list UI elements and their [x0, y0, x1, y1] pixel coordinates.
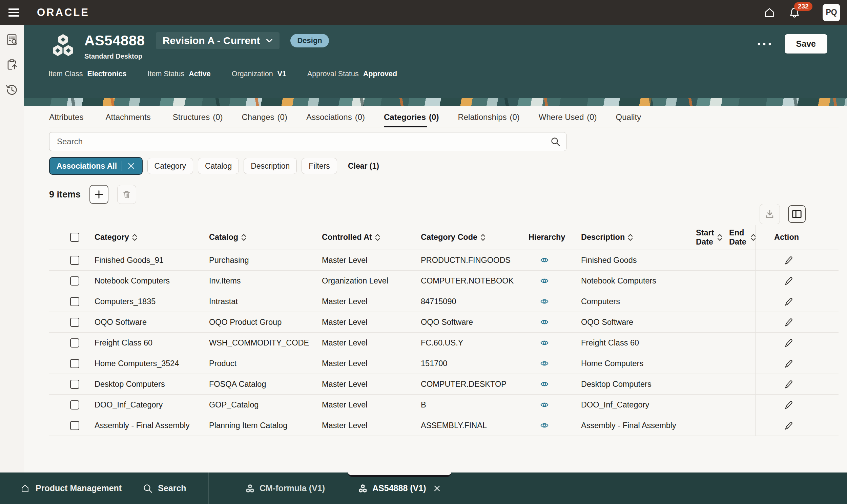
edit-icon[interactable] — [783, 296, 793, 307]
view-hierarchy-icon[interactable] — [539, 359, 549, 368]
category-code-cell: PRODUCTN.FINGOODS — [407, 256, 514, 265]
controlled-at-cell: Master Level — [308, 400, 407, 410]
select-all-checkbox[interactable] — [70, 233, 79, 242]
column-header-description[interactable]: Description — [566, 233, 678, 242]
category-cell: Freight Class 60 — [80, 338, 195, 347]
filter-chip-catalog[interactable]: Catalog — [198, 158, 239, 174]
item-search-icon — [5, 33, 19, 47]
search-input[interactable] — [49, 132, 566, 151]
download-button[interactable] — [760, 204, 780, 224]
tab-attributes[interactable]: Attributes — [49, 112, 86, 122]
column-header-category-code[interactable]: Category Code — [407, 233, 514, 242]
view-hierarchy-icon[interactable] — [539, 338, 549, 347]
view-hierarchy-icon[interactable] — [539, 318, 549, 326]
row-checkbox[interactable] — [70, 380, 79, 389]
edit-icon[interactable] — [783, 275, 793, 286]
main-content: Attributes Attachments Structures(0) Cha… — [24, 106, 847, 472]
add-category-button[interactable] — [89, 185, 108, 204]
item-cubes-icon — [245, 484, 255, 493]
row-checkbox[interactable] — [70, 359, 79, 368]
column-header-category[interactable]: Category — [80, 233, 195, 242]
meta-organization: Organization V1 — [232, 70, 286, 78]
more-actions-button[interactable] — [757, 36, 772, 53]
bottom-tab-cm-formula[interactable]: CM-formula (V1) — [236, 472, 335, 504]
tab-where-used[interactable]: Where Used(0) — [539, 112, 597, 122]
notification-badge: 232 — [794, 2, 812, 11]
sort-icon[interactable] — [628, 234, 633, 241]
close-tab-button[interactable] — [433, 484, 441, 492]
menu-button[interactable] — [8, 5, 23, 20]
history-button[interactable] — [4, 82, 19, 97]
description-cell: Computers — [566, 297, 678, 306]
sort-icon[interactable] — [132, 234, 137, 241]
view-hierarchy-icon[interactable] — [539, 380, 549, 389]
item-details-button[interactable] — [4, 32, 19, 47]
meta-approval-status: Approval Status Approved — [307, 70, 397, 78]
tab-quality[interactable]: Quality — [616, 112, 644, 122]
catalog-cell: Inv.Items — [195, 276, 308, 286]
row-checkbox[interactable] — [70, 256, 79, 265]
tab-changes[interactable]: Changes(0) — [242, 112, 287, 122]
filter-chip-category[interactable]: Category — [147, 158, 193, 174]
tab-attachments[interactable]: Attachments — [105, 112, 154, 122]
category-cell: OQO Software — [80, 318, 195, 327]
edit-icon[interactable] — [783, 379, 793, 390]
view-hierarchy-icon[interactable] — [539, 400, 549, 409]
bottom-tab-as54888[interactable]: AS54888 (V1) — [349, 472, 450, 504]
row-checkbox[interactable] — [70, 297, 79, 306]
notifications-button[interactable]: 232 — [787, 5, 802, 20]
row-checkbox[interactable] — [70, 276, 79, 286]
category-cell: Finished Goods_91 — [80, 256, 195, 265]
clear-filters-button[interactable]: Clear (1) — [348, 162, 379, 171]
row-checkbox[interactable] — [70, 421, 79, 430]
avatar[interactable]: PQ — [823, 4, 840, 21]
sort-icon[interactable] — [751, 234, 756, 241]
item-cubes-icon — [51, 34, 75, 57]
filter-chip-filters[interactable]: Filters — [302, 158, 337, 174]
tab-relationships[interactable]: Relationships(0) — [458, 112, 519, 122]
bottom-navigation-bar: Product Management Search CM-formula (V1… — [0, 472, 847, 504]
view-hierarchy-icon[interactable] — [539, 297, 549, 306]
view-hierarchy-icon[interactable] — [539, 276, 549, 285]
tab-categories[interactable]: Categories(0) — [384, 112, 439, 122]
page-title: AS54888 — [84, 33, 145, 49]
row-checkbox[interactable] — [70, 338, 79, 347]
category-cell: Desktop Computers — [80, 380, 195, 389]
view-hierarchy-icon[interactable] — [539, 256, 549, 265]
revision-selector[interactable]: Revision A - Current — [156, 32, 280, 49]
column-header-start-date[interactable]: Start Date — [678, 228, 719, 246]
sort-icon[interactable] — [481, 234, 485, 241]
filter-chip-associations-all[interactable]: Associations All — [49, 157, 143, 175]
bottom-search-button[interactable]: Search — [143, 483, 186, 493]
meta-item-status: Item Status Active — [147, 70, 211, 78]
column-header-hierarchy: Hierarchy — [514, 233, 566, 242]
remove-filter-icon[interactable] — [127, 162, 135, 170]
tab-associations[interactable]: Associations(0) — [306, 112, 365, 122]
category-cell: Computers_1835 — [80, 297, 195, 306]
edit-icon[interactable] — [783, 420, 793, 431]
home-button[interactable] — [762, 5, 777, 20]
edit-icon[interactable] — [783, 337, 793, 348]
filter-chip-description[interactable]: Description — [244, 158, 297, 174]
delete-category-button[interactable] — [117, 185, 136, 204]
edit-icon[interactable] — [783, 399, 793, 410]
sort-icon[interactable] — [241, 234, 246, 241]
search-icon[interactable] — [550, 137, 560, 147]
edit-icon[interactable] — [783, 358, 793, 369]
edit-icon[interactable] — [783, 255, 793, 266]
filter-chip-row: Associations All Category Catalog Descri… — [49, 157, 847, 175]
row-checkbox[interactable] — [70, 400, 79, 410]
bottom-home-button[interactable]: Product Management — [20, 483, 122, 494]
save-button[interactable]: Save — [785, 34, 827, 54]
sort-icon[interactable] — [375, 234, 380, 241]
row-checkbox[interactable] — [70, 318, 79, 327]
column-header-end-date[interactable]: End Date — [719, 228, 756, 246]
column-header-controlled-at[interactable]: Controlled At — [308, 233, 407, 242]
chevron-down-icon — [266, 38, 273, 43]
manage-columns-button[interactable] — [788, 205, 806, 223]
view-hierarchy-icon[interactable] — [539, 421, 549, 430]
tab-structures[interactable]: Structures(0) — [173, 112, 223, 122]
tasks-button[interactable] — [4, 57, 19, 72]
edit-icon[interactable] — [783, 317, 793, 327]
column-header-catalog[interactable]: Catalog — [195, 233, 308, 242]
